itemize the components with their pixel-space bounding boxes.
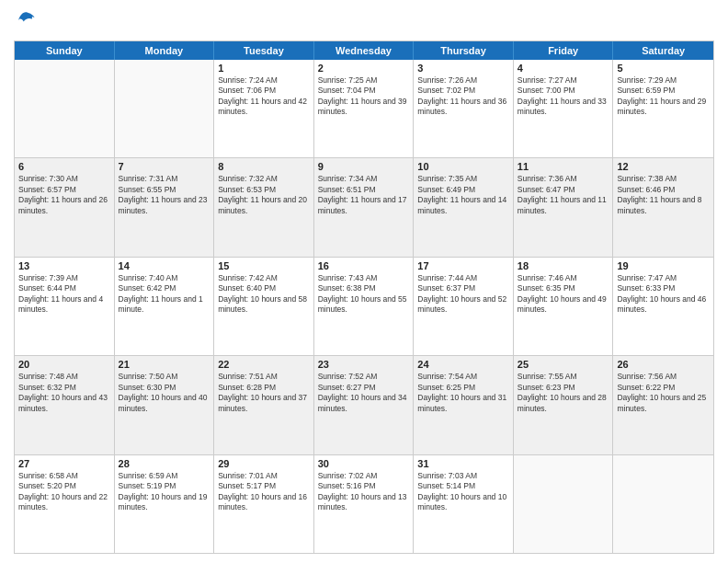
cell-info: Sunrise: 7:27 AM Sunset: 7:00 PM Dayligh… [518, 75, 609, 118]
calendar-cell: 30Sunrise: 7:02 AM Sunset: 5:16 PM Dayli… [314, 455, 415, 553]
day-number: 16 [318, 260, 410, 271]
cell-info: Sunrise: 7:35 AM Sunset: 6:49 PM Dayligh… [417, 174, 509, 216]
cell-info: Sunrise: 7:01 AM Sunset: 5:17 PM Dayligh… [218, 471, 310, 513]
cell-info: Sunrise: 7:56 AM Sunset: 6:22 PM Dayligh… [617, 372, 710, 414]
cell-info: Sunrise: 7:39 AM Sunset: 6:44 PM Dayligh… [18, 273, 110, 316]
calendar-cell: 17Sunrise: 7:44 AM Sunset: 6:37 PM Dayli… [414, 258, 514, 355]
calendar-cell [115, 60, 215, 157]
day-number: 15 [218, 260, 310, 271]
logo [14, 9, 36, 33]
day-number: 7 [119, 161, 210, 172]
calendar-cell: 3Sunrise: 7:26 AM Sunset: 7:02 PM Daylig… [414, 60, 514, 157]
calendar-cell: 24Sunrise: 7:54 AM Sunset: 6:25 PM Dayli… [414, 356, 514, 454]
day-number: 6 [18, 161, 110, 172]
calendar-cell: 12Sunrise: 7:38 AM Sunset: 6:46 PM Dayli… [613, 158, 713, 256]
calendar-cell: 28Sunrise: 6:59 AM Sunset: 5:19 PM Dayli… [115, 455, 215, 553]
day-number: 25 [518, 359, 609, 370]
day-number: 21 [119, 359, 210, 370]
cell-info: Sunrise: 7:31 AM Sunset: 6:55 PM Dayligh… [119, 174, 210, 216]
header-day-thursday: Thursday [414, 41, 514, 60]
calendar-cell: 2Sunrise: 7:25 AM Sunset: 7:04 PM Daylig… [314, 60, 415, 157]
cell-info: Sunrise: 7:03 AM Sunset: 5:14 PM Dayligh… [417, 471, 509, 513]
day-number: 5 [617, 63, 710, 74]
cell-info: Sunrise: 7:34 AM Sunset: 6:51 PM Dayligh… [318, 174, 410, 216]
day-number: 30 [318, 458, 410, 469]
cell-info: Sunrise: 7:50 AM Sunset: 6:30 PM Dayligh… [119, 372, 210, 414]
cell-info: Sunrise: 7:32 AM Sunset: 6:53 PM Dayligh… [218, 174, 310, 216]
calendar-cell: 18Sunrise: 7:46 AM Sunset: 6:35 PM Dayli… [514, 258, 614, 355]
calendar-cell: 5Sunrise: 7:29 AM Sunset: 6:59 PM Daylig… [613, 60, 713, 157]
cell-info: Sunrise: 7:46 AM Sunset: 6:35 PM Dayligh… [518, 273, 609, 316]
day-number: 18 [518, 260, 609, 271]
day-number: 11 [518, 161, 609, 172]
calendar-week-5: 27Sunrise: 6:58 AM Sunset: 5:20 PM Dayli… [15, 454, 713, 553]
cell-info: Sunrise: 7:54 AM Sunset: 6:25 PM Dayligh… [417, 372, 509, 414]
calendar-cell: 25Sunrise: 7:55 AM Sunset: 6:23 PM Dayli… [514, 356, 614, 454]
header-day-friday: Friday [514, 41, 614, 60]
calendar-cell: 4Sunrise: 7:27 AM Sunset: 7:00 PM Daylig… [514, 60, 614, 157]
logo-bird-icon [16, 9, 36, 29]
day-number: 10 [417, 161, 509, 172]
day-number: 31 [417, 458, 509, 469]
day-number: 26 [617, 359, 710, 370]
day-number: 1 [218, 63, 310, 74]
cell-info: Sunrise: 7:47 AM Sunset: 6:33 PM Dayligh… [617, 273, 710, 316]
calendar-cell: 23Sunrise: 7:52 AM Sunset: 6:27 PM Dayli… [314, 356, 415, 454]
day-number: 27 [18, 458, 110, 469]
calendar-cell: 9Sunrise: 7:34 AM Sunset: 6:51 PM Daylig… [314, 158, 415, 256]
calendar-week-1: 1Sunrise: 7:24 AM Sunset: 7:06 PM Daylig… [15, 60, 713, 157]
calendar-cell: 1Sunrise: 7:24 AM Sunset: 7:06 PM Daylig… [214, 60, 314, 157]
day-number: 23 [318, 359, 410, 370]
calendar-cell: 27Sunrise: 6:58 AM Sunset: 5:20 PM Dayli… [15, 455, 115, 553]
calendar-cell: 6Sunrise: 7:30 AM Sunset: 6:57 PM Daylig… [15, 158, 115, 256]
day-number: 29 [218, 458, 310, 469]
calendar-cell: 22Sunrise: 7:51 AM Sunset: 6:28 PM Dayli… [214, 356, 314, 454]
calendar-cell [613, 455, 713, 553]
day-number: 14 [119, 260, 210, 271]
cell-info: Sunrise: 7:40 AM Sunset: 6:42 PM Dayligh… [119, 273, 210, 316]
calendar: SundayMondayTuesdayWednesdayThursdayFrid… [14, 40, 714, 554]
calendar-cell: 13Sunrise: 7:39 AM Sunset: 6:44 PM Dayli… [15, 258, 115, 355]
day-number: 28 [119, 458, 210, 469]
day-number: 24 [417, 359, 509, 370]
day-number: 20 [18, 359, 110, 370]
cell-info: Sunrise: 6:58 AM Sunset: 5:20 PM Dayligh… [18, 471, 110, 513]
cell-info: Sunrise: 7:02 AM Sunset: 5:16 PM Dayligh… [318, 471, 410, 513]
calendar-cell: 10Sunrise: 7:35 AM Sunset: 6:49 PM Dayli… [414, 158, 514, 256]
cell-info: Sunrise: 7:43 AM Sunset: 6:38 PM Dayligh… [318, 273, 410, 316]
cell-info: Sunrise: 7:30 AM Sunset: 6:57 PM Dayligh… [18, 174, 110, 216]
header-day-wednesday: Wednesday [314, 41, 415, 60]
header-day-sunday: Sunday [15, 41, 115, 60]
day-number: 12 [617, 161, 710, 172]
cell-info: Sunrise: 7:48 AM Sunset: 6:32 PM Dayligh… [18, 372, 110, 414]
cell-info: Sunrise: 7:26 AM Sunset: 7:02 PM Dayligh… [417, 75, 509, 118]
calendar-cell [15, 60, 115, 157]
day-number: 8 [218, 161, 310, 172]
calendar-cell: 29Sunrise: 7:01 AM Sunset: 5:17 PM Dayli… [214, 455, 314, 553]
cell-info: Sunrise: 6:59 AM Sunset: 5:19 PM Dayligh… [119, 471, 210, 513]
header-day-monday: Monday [115, 41, 215, 60]
cell-info: Sunrise: 7:38 AM Sunset: 6:46 PM Dayligh… [617, 174, 710, 216]
calendar-body: 1Sunrise: 7:24 AM Sunset: 7:06 PM Daylig… [15, 60, 713, 553]
day-number: 17 [417, 260, 509, 271]
day-number: 22 [218, 359, 310, 370]
calendar-cell [514, 455, 614, 553]
day-number: 19 [617, 260, 710, 271]
day-number: 13 [18, 260, 110, 271]
calendar-cell: 14Sunrise: 7:40 AM Sunset: 6:42 PM Dayli… [115, 258, 215, 355]
cell-info: Sunrise: 7:29 AM Sunset: 6:59 PM Dayligh… [617, 75, 710, 118]
calendar-cell: 11Sunrise: 7:36 AM Sunset: 6:47 PM Dayli… [514, 158, 614, 256]
calendar-week-3: 13Sunrise: 7:39 AM Sunset: 6:44 PM Dayli… [15, 257, 713, 355]
calendar-cell: 26Sunrise: 7:56 AM Sunset: 6:22 PM Dayli… [613, 356, 713, 454]
cell-info: Sunrise: 7:51 AM Sunset: 6:28 PM Dayligh… [218, 372, 310, 414]
header [14, 9, 714, 33]
cell-info: Sunrise: 7:44 AM Sunset: 6:37 PM Dayligh… [417, 273, 509, 316]
calendar-header-row: SundayMondayTuesdayWednesdayThursdayFrid… [15, 41, 713, 60]
calendar-cell: 20Sunrise: 7:48 AM Sunset: 6:32 PM Dayli… [15, 356, 115, 454]
header-day-tuesday: Tuesday [214, 41, 314, 60]
day-number: 2 [318, 63, 410, 74]
cell-info: Sunrise: 7:36 AM Sunset: 6:47 PM Dayligh… [518, 174, 609, 216]
calendar-cell: 21Sunrise: 7:50 AM Sunset: 6:30 PM Dayli… [115, 356, 215, 454]
header-day-saturday: Saturday [613, 41, 713, 60]
calendar-cell: 8Sunrise: 7:32 AM Sunset: 6:53 PM Daylig… [214, 158, 314, 256]
